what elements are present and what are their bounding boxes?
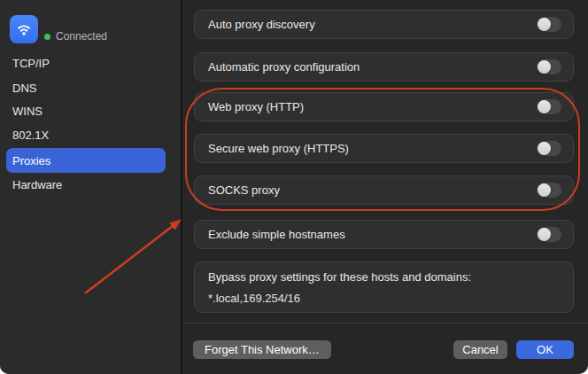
ok-button[interactable]: OK (516, 340, 574, 359)
automatic-proxy-configuration-toggle[interactable] (537, 59, 561, 74)
sidebar-divider (181, 0, 182, 374)
row-secure-web-proxy-https: Secure web proxy (HTTPS) (194, 134, 574, 163)
toggle-knob (538, 100, 551, 113)
row-auto-proxy-discovery: Auto proxy discovery (194, 10, 574, 39)
connection-status: Connected (44, 30, 107, 43)
footer-divider (182, 323, 588, 323)
bypass-hosts-label: Bypass proxy settings for these hosts an… (208, 270, 560, 284)
row-label: Auto proxy discovery (208, 18, 315, 31)
row-label: Exclude simple hostnames (208, 228, 345, 241)
sidebar: Connected TCP/IP DNS WINS 802.1X Proxies… (0, 0, 182, 374)
sidebar-item-wins[interactable]: WINS (6, 98, 166, 123)
sidebar-item-tcpip[interactable]: TCP/IP (6, 51, 166, 75)
status-dot (44, 34, 50, 40)
sidebar-item-dns[interactable]: DNS (6, 75, 166, 100)
cancel-button[interactable]: Cancel (453, 340, 507, 359)
forget-network-button[interactable]: Forget This Network… (193, 340, 331, 359)
secure-web-proxy-https-toggle[interactable] (537, 141, 561, 156)
exclude-simple-hostnames-toggle[interactable] (537, 227, 561, 242)
socks-proxy-toggle[interactable] (537, 183, 561, 198)
auto-proxy-discovery-toggle[interactable] (537, 17, 561, 32)
bypass-hosts-field[interactable]: Bypass proxy settings for these hosts an… (194, 261, 574, 313)
sidebar-item-8021x[interactable]: 802.1X (6, 122, 166, 147)
row-web-proxy-http: Web proxy (HTTP) (194, 92, 574, 121)
row-automatic-proxy-configuration: Automatic proxy configuration (194, 52, 574, 82)
row-exclude-simple-hostnames: Exclude simple hostnames (194, 220, 574, 249)
status-label: Connected (56, 30, 107, 43)
toggle-knob (538, 183, 551, 197)
wifi-icon (10, 15, 38, 43)
toggle-knob (538, 60, 551, 74)
row-socks-proxy: SOCKS proxy (194, 175, 574, 205)
wifi-details-window: Connected TCP/IP DNS WINS 802.1X Proxies… (0, 0, 588, 374)
row-label: SOCKS proxy (208, 183, 280, 197)
row-label: Automatic proxy configuration (208, 60, 360, 74)
web-proxy-http-toggle[interactable] (537, 99, 561, 114)
sidebar-item-hardware[interactable]: Hardware (6, 172, 166, 197)
toggle-knob (538, 228, 551, 241)
wifi-glyph (14, 19, 34, 39)
row-label: Web proxy (HTTP) (208, 100, 304, 113)
sidebar-item-proxies[interactable]: Proxies (6, 148, 166, 173)
toggle-knob (538, 142, 551, 155)
bypass-hosts-value[interactable]: *.local,169.254/16 (208, 292, 560, 305)
row-label: Secure web proxy (HTTPS) (208, 142, 349, 155)
toggle-knob (538, 18, 551, 31)
